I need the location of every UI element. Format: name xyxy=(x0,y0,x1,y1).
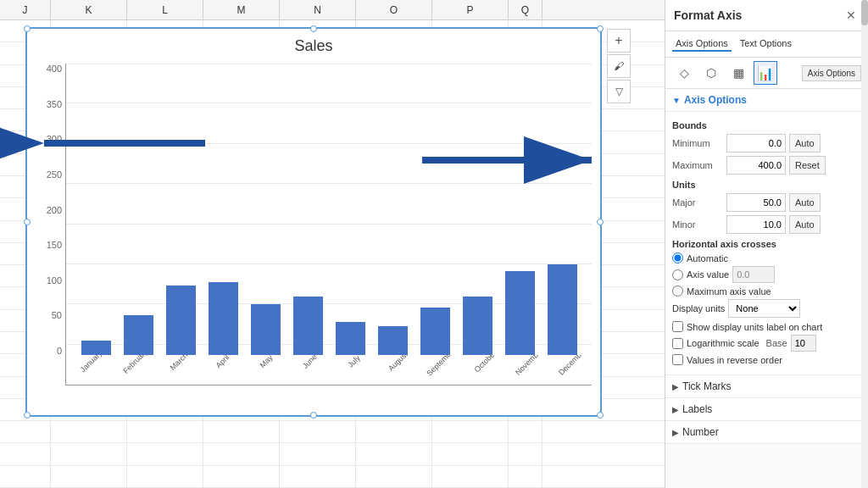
chart-style-button[interactable]: 🖌 xyxy=(607,54,631,78)
number-section[interactable]: ▶ Number xyxy=(665,421,868,444)
grid-cell[interactable] xyxy=(432,443,509,464)
size-icon-button[interactable]: ▦ xyxy=(726,61,750,85)
chart-filter-button[interactable]: ▽ xyxy=(607,80,631,103)
minor-auto-button[interactable]: Auto xyxy=(789,215,821,234)
labels-section[interactable]: ▶ Labels xyxy=(665,398,868,421)
bar-april[interactable] xyxy=(209,282,238,355)
grid-cell[interactable] xyxy=(509,443,542,464)
col-header-o[interactable]: O xyxy=(356,0,432,19)
bar-group-march[interactable] xyxy=(159,64,202,355)
tab-text-options[interactable]: Text Options xyxy=(737,36,795,52)
bar-group-july[interactable] xyxy=(329,64,371,355)
bar-group-june[interactable] xyxy=(287,64,329,355)
axis-value-radio[interactable] xyxy=(672,269,683,280)
base-input[interactable] xyxy=(791,335,816,352)
grid-cell[interactable] xyxy=(432,421,509,442)
values-reverse-checkbox[interactable] xyxy=(672,354,683,365)
bar-march[interactable] xyxy=(166,286,196,355)
logarithmic-scale-checkbox[interactable] xyxy=(672,338,683,349)
maximum-reset-button[interactable]: Reset xyxy=(789,156,826,175)
grid-cell[interactable] xyxy=(51,466,127,487)
tab-axis-options[interactable]: Axis Options xyxy=(672,36,732,52)
major-auto-button[interactable]: Auto xyxy=(789,193,821,212)
grid-cell[interactable] xyxy=(356,466,432,487)
chart-plot[interactable]: JanuaryFebruaryMarchAprilMayJuneJulyAugu… xyxy=(65,64,592,385)
grid-cell[interactable] xyxy=(0,421,51,442)
display-units-select[interactable]: None Hundreds Thousands Millions Billion… xyxy=(728,299,800,318)
axis-options-tab-button[interactable]: Axis Options xyxy=(802,65,861,81)
col-header-p[interactable]: P xyxy=(432,0,509,19)
col-header-j[interactable]: J xyxy=(0,0,51,19)
grid-cell[interactable] xyxy=(51,421,127,442)
grid-cell[interactable] xyxy=(509,466,542,487)
grid-cell[interactable] xyxy=(280,421,356,442)
bar-group-september[interactable] xyxy=(414,64,456,355)
bar-may[interactable] xyxy=(251,304,281,355)
bar-group-may[interactable] xyxy=(244,64,287,355)
maximum-input[interactable] xyxy=(726,156,786,175)
bar-group-october[interactable] xyxy=(456,64,498,355)
bar-october[interactable] xyxy=(463,297,492,355)
chart-options-icon-button[interactable]: 📊 xyxy=(754,61,777,85)
col-header-n[interactable]: N xyxy=(280,0,356,19)
max-axis-value-radio[interactable] xyxy=(672,286,683,297)
grid-cell[interactable] xyxy=(280,466,356,487)
automatic-radio[interactable] xyxy=(672,252,683,263)
bar-group-november[interactable] xyxy=(498,64,541,355)
grid-cell[interactable] xyxy=(356,443,432,464)
axis-options-section-header[interactable]: ▼ Axis Options xyxy=(665,89,868,112)
close-button[interactable]: ✕ xyxy=(843,7,860,24)
grid-cell[interactable] xyxy=(203,443,280,464)
fill-icon-button[interactable]: ◇ xyxy=(672,61,696,85)
grid-cell[interactable] xyxy=(356,421,432,442)
bar-june[interactable] xyxy=(293,297,323,355)
resize-handle-tl[interactable] xyxy=(24,25,31,32)
bar-group-december[interactable] xyxy=(541,64,583,355)
grid-cell[interactable] xyxy=(509,421,542,442)
grid-cell[interactable] xyxy=(203,421,280,442)
grid-cell[interactable] xyxy=(127,421,203,442)
minimum-input[interactable] xyxy=(726,134,786,152)
grid-cell[interactable] xyxy=(0,443,51,464)
major-input[interactable] xyxy=(726,193,786,212)
bar-january[interactable] xyxy=(81,341,111,355)
show-display-units-checkbox[interactable] xyxy=(672,321,683,332)
bar-february[interactable] xyxy=(124,315,153,355)
axis-value-input[interactable] xyxy=(732,266,775,283)
grid-cell[interactable] xyxy=(51,443,127,464)
bar-group-april[interactable] xyxy=(202,64,244,355)
grid-cell[interactable] xyxy=(280,443,356,464)
resize-handle-tc[interactable] xyxy=(310,25,317,32)
bar-december[interactable] xyxy=(548,264,577,356)
resize-handle-mr[interactable] xyxy=(597,219,604,225)
resize-handle-bl[interactable] xyxy=(24,412,31,419)
minimum-auto-button[interactable]: Auto xyxy=(789,134,821,152)
minor-input[interactable] xyxy=(726,215,786,234)
grid-cell[interactable] xyxy=(432,466,509,487)
bar-september[interactable] xyxy=(420,308,450,355)
automatic-label: Automatic xyxy=(687,253,728,263)
resize-handle-ml[interactable] xyxy=(24,219,31,225)
bar-group-february[interactable] xyxy=(117,64,159,355)
bar-july[interactable] xyxy=(336,322,365,355)
resize-handle-bc[interactable] xyxy=(310,412,317,419)
grid-cell[interactable] xyxy=(203,466,280,487)
bar-group-january[interactable] xyxy=(75,64,117,355)
col-header-k[interactable]: K xyxy=(51,0,127,19)
effects-icon-button[interactable]: ⬡ xyxy=(699,61,723,85)
bar-november[interactable] xyxy=(505,271,535,355)
grid-cell[interactable] xyxy=(0,466,51,487)
chart-container[interactable]: Sales 0 50 100 150 xyxy=(25,27,602,417)
resize-handle-br[interactable] xyxy=(597,412,604,419)
col-header-m[interactable]: M xyxy=(203,0,280,19)
scroll-thumb[interactable] xyxy=(861,0,868,25)
col-header-q[interactable]: Q xyxy=(509,0,542,19)
resize-handle-tr[interactable] xyxy=(597,25,604,32)
bar-august[interactable] xyxy=(378,326,408,355)
grid-cell[interactable] xyxy=(127,443,203,464)
add-chart-element-button[interactable]: + xyxy=(607,29,631,53)
tick-marks-section[interactable]: ▶ Tick Marks xyxy=(665,375,868,398)
col-header-l[interactable]: L xyxy=(127,0,203,19)
grid-cell[interactable] xyxy=(127,466,203,487)
bar-group-august[interactable] xyxy=(371,64,414,355)
